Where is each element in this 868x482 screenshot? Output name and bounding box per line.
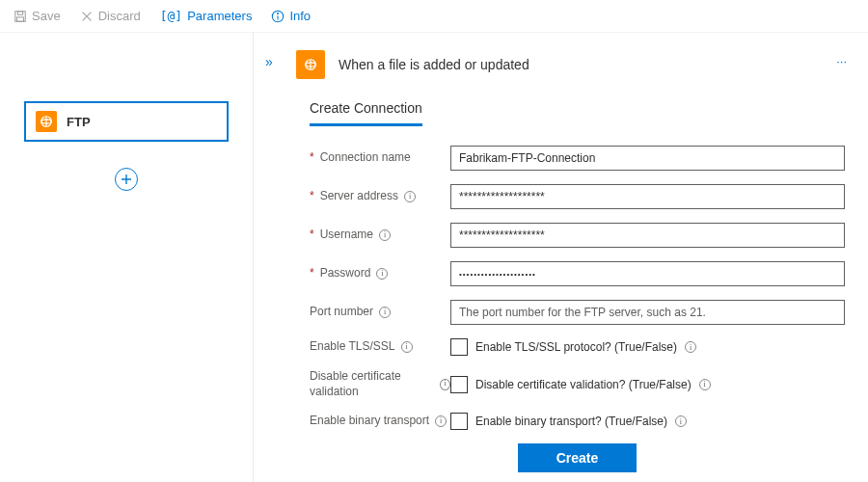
designer-canvas[interactable]: FTP xyxy=(0,33,254,482)
svg-point-5 xyxy=(278,13,279,13)
discard-label: Discard xyxy=(98,9,141,23)
parameters-button[interactable]: [@] Parameters xyxy=(154,5,258,27)
info-icon[interactable] xyxy=(379,307,391,318)
label-password: Password xyxy=(310,266,450,281)
info-icon xyxy=(271,10,285,23)
panel-header: When a file is added or updated xyxy=(296,50,845,79)
row-username: Username ******************* xyxy=(310,223,845,248)
label-binary: Enable binary transport xyxy=(310,414,450,429)
discard-button[interactable]: Discard xyxy=(74,5,147,27)
command-toolbar: Save Discard [@] Parameters Info xyxy=(0,0,868,33)
connection-section: Create Connection Connection name Fabrik… xyxy=(310,100,845,472)
label-conn-name: Connection name xyxy=(310,150,450,166)
save-button[interactable]: Save xyxy=(8,5,67,27)
info-icon[interactable] xyxy=(435,415,447,427)
row-conn-name: Connection name Fabrikam-FTP-Connection xyxy=(310,146,845,171)
row-port: Port number The port number for the FTP … xyxy=(310,300,845,325)
info-icon[interactable] xyxy=(376,268,388,280)
row-password: Password ••••••••••••••••••••• xyxy=(310,261,845,286)
label-cert: Disable certificate validation xyxy=(310,369,450,399)
input-port[interactable]: The port number for the FTP server, such… xyxy=(450,300,845,325)
input-username[interactable]: ******************* xyxy=(450,223,845,248)
binary-checkbox[interactable] xyxy=(450,413,468,430)
save-label: Save xyxy=(32,9,61,23)
label-username: Username xyxy=(310,228,450,243)
info-icon[interactable] xyxy=(675,415,687,427)
info-icon[interactable] xyxy=(404,191,416,202)
button-row: Create xyxy=(310,443,845,472)
info-icon[interactable] xyxy=(401,341,413,353)
workspace: FTP » ··· When a file is added or update… xyxy=(0,33,868,482)
input-server[interactable]: ******************* xyxy=(450,184,845,209)
input-password[interactable]: ••••••••••••••••••••• xyxy=(450,261,845,286)
info-icon[interactable] xyxy=(699,379,711,390)
create-button[interactable]: Create xyxy=(518,443,637,472)
info-button[interactable]: Info xyxy=(265,5,316,27)
info-icon[interactable] xyxy=(440,379,450,390)
add-step-button[interactable] xyxy=(115,168,138,191)
row-cert: Disable certificate validation Disable c… xyxy=(310,369,845,399)
discard-icon xyxy=(80,10,94,23)
binary-checkbox-wrap: Enable binary transport? (True/False) xyxy=(450,413,845,430)
tls-desc: Enable TLS/SSL protocol? (True/False) xyxy=(475,340,677,354)
panel-title: When a file is added or updated xyxy=(339,57,529,72)
ftp-icon xyxy=(36,111,57,132)
label-server: Server address xyxy=(310,189,450,204)
cert-checkbox-wrap: Disable certificate validation? (True/Fa… xyxy=(450,376,845,393)
trigger-node-ftp[interactable]: FTP xyxy=(25,102,228,141)
label-tls: Enable TLS/SSL xyxy=(310,339,450,355)
parameters-icon: [@] xyxy=(160,9,182,23)
input-conn-name[interactable]: Fabrikam-FTP-Connection xyxy=(450,146,845,171)
label-port: Port number xyxy=(310,305,450,320)
info-label: Info xyxy=(289,9,311,23)
section-title: Create Connection xyxy=(310,100,422,126)
info-icon[interactable] xyxy=(379,229,391,241)
save-icon xyxy=(14,10,27,23)
details-panel: » ··· When a file is added or updated Cr… xyxy=(254,33,868,482)
row-binary: Enable binary transport Enable binary tr… xyxy=(310,413,845,430)
parameters-label: Parameters xyxy=(187,9,252,23)
row-server: Server address ******************* xyxy=(310,184,845,209)
svg-rect-2 xyxy=(17,16,24,20)
more-options-button[interactable]: ··· xyxy=(836,54,847,68)
svg-rect-1 xyxy=(17,11,22,14)
cert-desc: Disable certificate validation? (True/Fa… xyxy=(475,378,692,391)
ftp-icon xyxy=(296,50,325,79)
tls-checkbox-wrap: Enable TLS/SSL protocol? (True/False) xyxy=(450,338,845,356)
collapse-panel-button[interactable]: » xyxy=(265,54,271,69)
cert-checkbox[interactable] xyxy=(450,376,468,393)
plus-icon xyxy=(121,174,132,185)
row-tls: Enable TLS/SSL Enable TLS/SSL protocol? … xyxy=(310,338,845,356)
node-title: FTP xyxy=(67,115,91,129)
tls-checkbox[interactable] xyxy=(450,338,468,356)
binary-desc: Enable binary transport? (True/False) xyxy=(475,415,667,428)
info-icon[interactable] xyxy=(685,341,696,353)
